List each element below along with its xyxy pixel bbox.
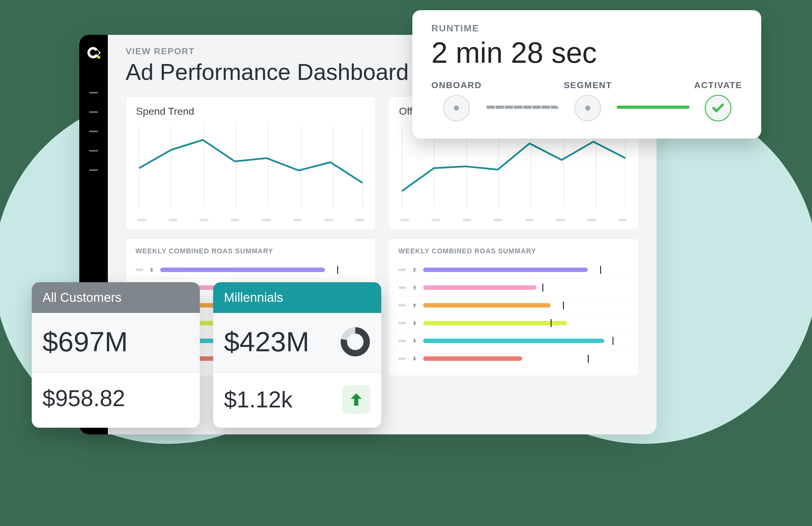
stat-card-header: Millennials: [213, 282, 381, 313]
table-row: [398, 296, 629, 314]
chart-spend-trend: Spend Trend: [126, 97, 376, 230]
table-row: [398, 332, 629, 350]
sidebar-item[interactable]: [89, 169, 98, 171]
step-connector-dashed: [486, 106, 560, 109]
line-chart-svg: [136, 122, 365, 217]
arrow-up-icon: [411, 302, 418, 309]
sidebar-item[interactable]: [89, 131, 98, 132]
sidebar-item[interactable]: [89, 150, 98, 151]
row-lead: [398, 357, 406, 360]
arrow-down-icon: [411, 337, 418, 344]
sidebar-item[interactable]: [89, 92, 98, 93]
runtime-stepper: ONBOARD SEGMENT ACTIVATE: [431, 80, 742, 121]
stat-card-secondary-value: $958.82: [32, 372, 200, 425]
bar-track: [423, 339, 629, 343]
table-row: [398, 314, 629, 332]
runtime-eyebrow: RUNTIME: [431, 23, 742, 34]
chart-ticks: [136, 219, 365, 221]
row-lead: [398, 304, 406, 307]
arrow-up-icon: [411, 266, 418, 273]
table-caption: WEEKLY COMBINED ROAS SUMMARY: [398, 247, 629, 255]
bar-track: [160, 267, 366, 272]
row-lead: [398, 339, 406, 342]
row-lead: [135, 268, 143, 271]
table-row: [398, 261, 629, 279]
step-dot-icon: [443, 95, 470, 121]
table-row: [398, 279, 629, 296]
row-lead: [398, 268, 406, 271]
step-label: SEGMENT: [564, 80, 612, 90]
bar-track: [423, 286, 629, 290]
stat-card-millennials[interactable]: Millennials $423M $1.12k: [213, 282, 381, 428]
step-dot-icon: [575, 95, 601, 121]
stat-card-header: All Customers: [32, 282, 200, 313]
svg-point-0: [97, 56, 100, 59]
bar-track: [423, 356, 629, 361]
logo-icon[interactable]: [85, 44, 102, 61]
table-row: [398, 350, 629, 367]
stat-card-secondary-value: $1.12k: [213, 372, 381, 428]
runtime-value: 2 min 28 sec: [431, 36, 742, 70]
table-caption: WEEKLY COMBINED ROAS SUMMARY: [135, 247, 366, 255]
arrow-up-icon: [148, 266, 155, 273]
chart-title: Spend Trend: [136, 106, 365, 117]
roas-summary-right: WEEKLY COMBINED ROAS SUMMARY: [389, 238, 639, 376]
table-row: [135, 261, 366, 279]
bar-track: [423, 321, 629, 325]
row-lead: [398, 322, 406, 324]
stat-card-primary-value: $697M: [32, 313, 200, 372]
sidebar-item[interactable]: [89, 111, 98, 113]
step-onboard: ONBOARD: [431, 80, 482, 121]
arrow-down-icon: [411, 320, 418, 326]
chart-ticks: [399, 219, 628, 221]
runtime-card: RUNTIME 2 min 28 sec ONBOARD SEGMENT ACT…: [412, 10, 761, 138]
trend-up-icon: [342, 385, 371, 414]
step-label: ONBOARD: [431, 80, 482, 90]
bar-track: [423, 267, 629, 272]
arrow-down-icon: [411, 355, 418, 362]
step-check-icon: [705, 95, 731, 121]
row-lead: [398, 286, 406, 289]
donut-progress-icon: [340, 326, 371, 357]
step-activate: ACTIVATE: [694, 80, 742, 121]
step-segment: SEGMENT: [564, 80, 612, 121]
arrow-up-icon: [411, 284, 418, 291]
bar-track: [423, 303, 629, 308]
stat-card-all-customers[interactable]: All Customers $697M $958.82: [32, 282, 200, 428]
step-label: ACTIVATE: [694, 80, 742, 90]
stat-card-primary-value: $423M: [213, 313, 381, 372]
step-connector-solid: [617, 106, 690, 109]
